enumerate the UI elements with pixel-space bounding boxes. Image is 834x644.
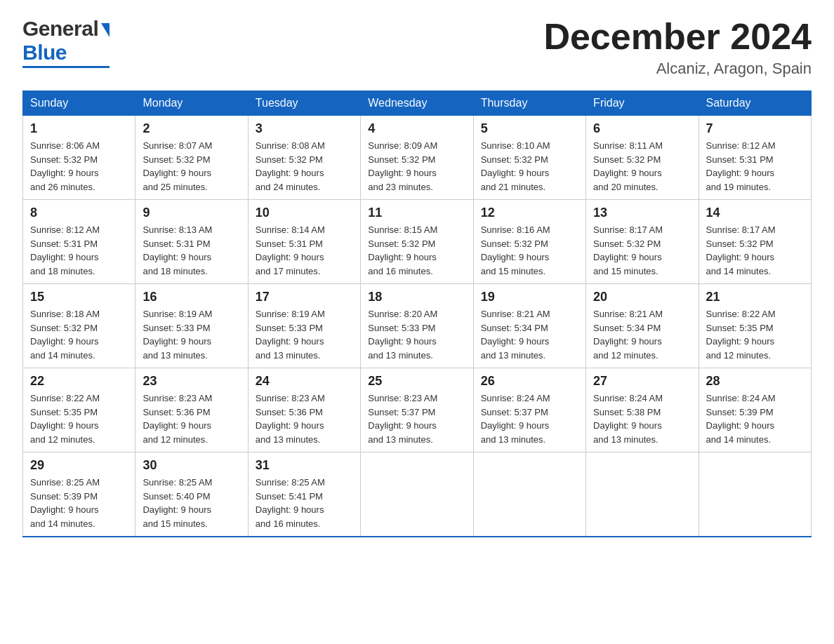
calendar-cell: 24Sunrise: 8:23 AMSunset: 5:36 PMDayligh…: [248, 368, 360, 452]
calendar-cell: 15Sunrise: 8:18 AMSunset: 5:32 PMDayligh…: [23, 284, 135, 368]
day-info: Sunrise: 8:18 AMSunset: 5:32 PMDaylight:…: [30, 307, 128, 362]
weekday-header-tuesday: Tuesday: [248, 91, 360, 116]
calendar-cell: 29Sunrise: 8:25 AMSunset: 5:39 PMDayligh…: [23, 452, 135, 537]
day-info: Sunrise: 8:22 AMSunset: 5:35 PMDaylight:…: [706, 307, 804, 362]
day-info: Sunrise: 8:25 AMSunset: 5:39 PMDaylight:…: [30, 476, 128, 530]
weekday-header-friday: Friday: [586, 91, 699, 116]
calendar-cell: 27Sunrise: 8:24 AMSunset: 5:38 PMDayligh…: [586, 368, 699, 452]
calendar-cell: 11Sunrise: 8:15 AMSunset: 5:32 PMDayligh…: [361, 200, 473, 284]
day-info: Sunrise: 8:09 AMSunset: 5:32 PMDaylight:…: [368, 139, 465, 194]
day-number: 14: [706, 206, 804, 220]
day-info: Sunrise: 8:12 AMSunset: 5:31 PMDaylight:…: [706, 139, 804, 194]
calendar-cell: 21Sunrise: 8:22 AMSunset: 5:35 PMDayligh…: [699, 284, 811, 368]
calendar-cell: 14Sunrise: 8:17 AMSunset: 5:32 PMDayligh…: [699, 200, 811, 284]
calendar-cell: 8Sunrise: 8:12 AMSunset: 5:31 PMDaylight…: [23, 200, 135, 284]
day-info: Sunrise: 8:16 AMSunset: 5:32 PMDaylight:…: [481, 223, 578, 278]
title-section: December 2024 Alcaniz, Aragon, Spain: [543, 17, 812, 78]
day-number: 8: [30, 206, 128, 220]
day-number: 6: [593, 121, 691, 136]
calendar-cell: 22Sunrise: 8:22 AMSunset: 5:35 PMDayligh…: [23, 368, 135, 452]
calendar-cell: [586, 452, 699, 537]
day-number: 5: [481, 121, 578, 136]
day-info: Sunrise: 8:25 AMSunset: 5:41 PMDaylight:…: [256, 476, 353, 530]
calendar-cell: 30Sunrise: 8:25 AMSunset: 5:40 PMDayligh…: [135, 452, 248, 537]
day-info: Sunrise: 8:22 AMSunset: 5:35 PMDaylight:…: [30, 391, 128, 446]
calendar-table: SundayMondayTuesdayWednesdayThursdayFrid…: [22, 90, 812, 537]
calendar-location: Alcaniz, Aragon, Spain: [543, 60, 812, 78]
day-number: 28: [706, 374, 804, 389]
calendar-week-row: 22Sunrise: 8:22 AMSunset: 5:35 PMDayligh…: [23, 368, 812, 452]
calendar-cell: 23Sunrise: 8:23 AMSunset: 5:36 PMDayligh…: [135, 368, 248, 452]
day-number: 15: [30, 290, 128, 304]
calendar-cell: 1Sunrise: 8:06 AMSunset: 5:32 PMDaylight…: [23, 116, 135, 200]
day-number: 18: [368, 290, 465, 304]
day-info: Sunrise: 8:23 AMSunset: 5:37 PMDaylight:…: [368, 391, 465, 446]
logo-arrow-icon: [101, 23, 110, 37]
day-number: 23: [143, 374, 240, 389]
day-number: 22: [30, 374, 128, 389]
calendar-cell: 12Sunrise: 8:16 AMSunset: 5:32 PMDayligh…: [473, 200, 585, 284]
day-number: 2: [143, 121, 240, 136]
calendar-title: December 2024: [543, 17, 812, 57]
day-info: Sunrise: 8:07 AMSunset: 5:32 PMDaylight:…: [143, 139, 240, 194]
day-number: 25: [368, 374, 465, 389]
day-info: Sunrise: 8:08 AMSunset: 5:32 PMDaylight:…: [256, 139, 353, 194]
calendar-cell: 13Sunrise: 8:17 AMSunset: 5:32 PMDayligh…: [586, 200, 699, 284]
weekday-header-thursday: Thursday: [473, 91, 585, 116]
day-number: 3: [256, 121, 353, 136]
day-number: 12: [481, 206, 578, 220]
day-info: Sunrise: 8:24 AMSunset: 5:37 PMDaylight:…: [481, 391, 578, 446]
calendar-cell: 17Sunrise: 8:19 AMSunset: 5:33 PMDayligh…: [248, 284, 360, 368]
day-info: Sunrise: 8:21 AMSunset: 5:34 PMDaylight:…: [481, 307, 578, 362]
day-info: Sunrise: 8:15 AMSunset: 5:32 PMDaylight:…: [368, 223, 465, 278]
calendar-week-row: 8Sunrise: 8:12 AMSunset: 5:31 PMDaylight…: [23, 200, 812, 284]
day-number: 31: [256, 458, 353, 473]
calendar-cell: 4Sunrise: 8:09 AMSunset: 5:32 PMDaylight…: [361, 116, 473, 200]
calendar-cell: 18Sunrise: 8:20 AMSunset: 5:33 PMDayligh…: [361, 284, 473, 368]
calendar-week-row: 29Sunrise: 8:25 AMSunset: 5:39 PMDayligh…: [23, 452, 812, 537]
day-number: 10: [256, 206, 353, 220]
logo-underline: [22, 66, 110, 68]
day-number: 21: [706, 290, 804, 304]
calendar-cell: [473, 452, 585, 537]
day-info: Sunrise: 8:25 AMSunset: 5:40 PMDaylight:…: [143, 476, 240, 530]
calendar-cell: 16Sunrise: 8:19 AMSunset: 5:33 PMDayligh…: [135, 284, 248, 368]
calendar-week-row: 15Sunrise: 8:18 AMSunset: 5:32 PMDayligh…: [23, 284, 812, 368]
day-number: 1: [30, 121, 128, 136]
day-info: Sunrise: 8:23 AMSunset: 5:36 PMDaylight:…: [143, 391, 240, 446]
logo-general-text: General: [22, 17, 98, 41]
weekday-header-saturday: Saturday: [699, 91, 811, 116]
day-info: Sunrise: 8:14 AMSunset: 5:31 PMDaylight:…: [256, 223, 353, 278]
day-info: Sunrise: 8:21 AMSunset: 5:34 PMDaylight:…: [593, 307, 691, 362]
calendar-cell: 28Sunrise: 8:24 AMSunset: 5:39 PMDayligh…: [699, 368, 811, 452]
calendar-cell: 26Sunrise: 8:24 AMSunset: 5:37 PMDayligh…: [473, 368, 585, 452]
logo-blue-text: Blue: [22, 41, 67, 64]
weekday-header-wednesday: Wednesday: [361, 91, 473, 116]
calendar-cell: 20Sunrise: 8:21 AMSunset: 5:34 PMDayligh…: [586, 284, 699, 368]
day-number: 27: [593, 374, 691, 389]
day-info: Sunrise: 8:11 AMSunset: 5:32 PMDaylight:…: [593, 139, 691, 194]
day-number: 19: [481, 290, 578, 304]
day-number: 11: [368, 206, 465, 220]
day-info: Sunrise: 8:17 AMSunset: 5:32 PMDaylight:…: [706, 223, 804, 278]
day-info: Sunrise: 8:19 AMSunset: 5:33 PMDaylight:…: [143, 307, 240, 362]
day-number: 7: [706, 121, 804, 136]
day-info: Sunrise: 8:24 AMSunset: 5:39 PMDaylight:…: [706, 391, 804, 446]
weekday-header-sunday: Sunday: [23, 91, 135, 116]
day-number: 20: [593, 290, 691, 304]
page-header: General Blue December 2024 Alcaniz, Arag…: [22, 17, 812, 78]
weekday-header-monday: Monday: [135, 91, 248, 116]
calendar-cell: 19Sunrise: 8:21 AMSunset: 5:34 PMDayligh…: [473, 284, 585, 368]
calendar-cell: 6Sunrise: 8:11 AMSunset: 5:32 PMDaylight…: [586, 116, 699, 200]
day-info: Sunrise: 8:13 AMSunset: 5:31 PMDaylight:…: [143, 223, 240, 278]
day-number: 4: [368, 121, 465, 136]
calendar-cell: 2Sunrise: 8:07 AMSunset: 5:32 PMDaylight…: [135, 116, 248, 200]
day-info: Sunrise: 8:10 AMSunset: 5:32 PMDaylight:…: [481, 139, 578, 194]
day-number: 30: [143, 458, 240, 473]
calendar-cell: 31Sunrise: 8:25 AMSunset: 5:41 PMDayligh…: [248, 452, 360, 537]
calendar-cell: 25Sunrise: 8:23 AMSunset: 5:37 PMDayligh…: [361, 368, 473, 452]
day-info: Sunrise: 8:12 AMSunset: 5:31 PMDaylight:…: [30, 223, 128, 278]
day-number: 17: [256, 290, 353, 304]
calendar-cell: 5Sunrise: 8:10 AMSunset: 5:32 PMDaylight…: [473, 116, 585, 200]
calendar-cell: 3Sunrise: 8:08 AMSunset: 5:32 PMDaylight…: [248, 116, 360, 200]
